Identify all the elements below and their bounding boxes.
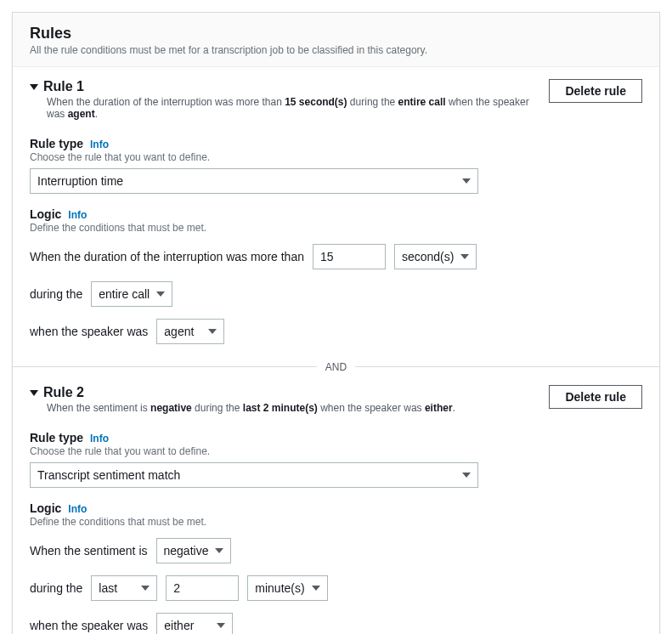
panel-header: Rules All the rule conditions must be me… (13, 13, 659, 67)
rule-2-sentiment-label: When the sentiment is (30, 544, 148, 558)
info-link[interactable]: Info (90, 139, 109, 150)
rule-2-during-row: during the last minute(s) (30, 575, 642, 601)
rule-1-duration-row: When the duration of the interruption wa… (30, 244, 642, 269)
rule-type-label: Rule type (30, 137, 83, 150)
chevron-down-icon (208, 329, 217, 334)
rule-type-label: Rule type (30, 431, 83, 444)
rule-2-speaker-select[interactable]: either (156, 613, 233, 634)
rule-2-sentiment-select[interactable]: negative (156, 538, 232, 563)
rule-2-speaker-row: when the speaker was either (30, 613, 642, 634)
rule-1-summary-scope: entire call (398, 96, 446, 108)
rule-2-during-mode-select[interactable]: last (91, 575, 157, 601)
chevron-down-icon (217, 623, 225, 628)
logic-hint: Define the conditions that must be met. (30, 516, 642, 528)
rule-1-during-select[interactable]: entire call (91, 281, 172, 307)
chevron-down-icon (156, 292, 165, 297)
rule-1-type-value: Interruption time (37, 174, 123, 188)
chevron-down-icon (460, 254, 469, 259)
info-link[interactable]: Info (68, 503, 87, 515)
rule-2-during-label: during the (30, 581, 82, 595)
delete-rule-2-button[interactable]: Delete rule (549, 385, 642, 409)
rule-2-type-value: Transcript sentiment match (37, 468, 180, 482)
rule-2-sentiment-row: When the sentiment is negative (30, 538, 642, 563)
and-label: AND (317, 361, 355, 373)
rule-1-title: Rule 1 (43, 79, 84, 94)
rule-1-duration-input[interactable] (313, 244, 386, 269)
rule-2-speaker-label: when the speaker was (30, 619, 148, 632)
rule-2-type-group: Rule type Info Choose the rule that you … (30, 431, 642, 488)
rules-panel: Rules All the rule conditions must be me… (12, 12, 660, 634)
expand-icon[interactable] (30, 84, 38, 90)
rule-1-type-group: Rule type Info Choose the rule that you … (30, 137, 642, 194)
rule-2-block: Rule 2 When the sentiment is negative du… (13, 373, 659, 634)
rule-1-speaker-row: when the speaker was agent (30, 319, 642, 344)
rule-1-during-row: during the entire call (30, 281, 642, 307)
rule-1-speaker-label: when the speaker was (30, 325, 148, 338)
chevron-down-icon (312, 586, 320, 591)
info-link[interactable]: Info (90, 433, 109, 444)
panel-title: Rules (30, 25, 642, 42)
rule-1-logic-group: Logic Info Define the conditions that mu… (30, 207, 642, 344)
logic-hint: Define the conditions that must be met. (30, 222, 642, 234)
rule-2-summary-sentiment: negative (150, 402, 192, 414)
rule-2-summary: When the sentiment is negative during th… (47, 402, 549, 414)
rule-1-summary-text: When the duration of the interruption wa… (47, 96, 285, 108)
logic-label: Logic (30, 207, 61, 221)
chevron-down-icon (462, 473, 471, 478)
rule-1-during-label: during the (30, 287, 82, 301)
rule-1-block: Rule 1 When the duration of the interrup… (13, 67, 659, 359)
panel-subtitle: All the rule conditions must be met for … (30, 44, 642, 56)
rule-2-title: Rule 2 (43, 385, 84, 400)
rule-type-hint: Choose the rule that you want to define. (30, 151, 642, 163)
rule-2-logic-group: Logic Info Define the conditions that mu… (30, 501, 642, 634)
chevron-down-icon (215, 548, 223, 553)
rule-2-during-unit-select[interactable]: minute(s) (247, 575, 327, 601)
rule-1-duration-label: When the duration of the interruption wa… (30, 250, 304, 263)
and-divider: AND (13, 359, 659, 373)
rule-1-type-select[interactable]: Interruption time (30, 168, 478, 194)
rule-1-summary-speaker: agent (68, 108, 95, 120)
rule-1-summary: When the duration of the interruption wa… (47, 96, 549, 120)
rule-2-summary-scope: last 2 minute(s) (243, 402, 318, 414)
chevron-down-icon (141, 586, 150, 591)
info-link[interactable]: Info (68, 209, 87, 221)
rule-1-speaker-select[interactable]: agent (156, 319, 224, 344)
delete-rule-1-button[interactable]: Delete rule (549, 79, 642, 103)
rule-2-during-amount-input[interactable] (166, 575, 239, 601)
rule-1-summary-val: 15 second(s) (285, 96, 347, 108)
rule-2-summary-speaker: either (425, 402, 453, 414)
rule-1-duration-unit-select[interactable]: second(s) (394, 244, 477, 269)
rule-type-hint: Choose the rule that you want to define. (30, 445, 642, 457)
rule-2-type-select[interactable]: Transcript sentiment match (30, 462, 478, 488)
logic-label: Logic (30, 501, 61, 515)
chevron-down-icon (462, 178, 471, 184)
expand-icon[interactable] (30, 390, 38, 396)
